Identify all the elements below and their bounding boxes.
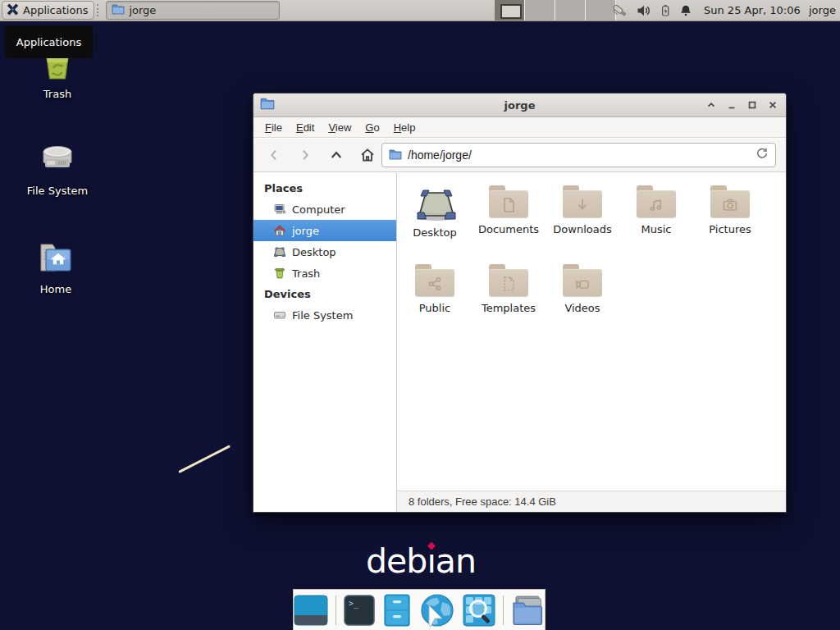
- show-desktop-button[interactable]: [294, 595, 328, 626]
- panel-username[interactable]: jorge: [809, 0, 836, 21]
- folder-item-templates[interactable]: Templates: [472, 262, 546, 340]
- stylus-icon[interactable]: [610, 2, 630, 20]
- folder-icon: [710, 185, 750, 218]
- file-cabinet-icon: [382, 594, 412, 627]
- workspace-1[interactable]: [495, 0, 525, 21]
- menu-file[interactable]: File: [265, 121, 282, 134]
- file-manager-window: jorge File Edit View Go Help: [253, 93, 787, 513]
- folder-item-music[interactable]: Music: [619, 183, 693, 262]
- location-bar[interactable]: /home/jorge/: [381, 143, 776, 167]
- folder-icon: [563, 185, 602, 218]
- up-button[interactable]: [321, 142, 352, 168]
- workspace-2[interactable]: [525, 0, 555, 21]
- folder-label: Pictures: [709, 223, 751, 235]
- web-browser-launcher[interactable]: [419, 592, 455, 628]
- taskbar-window-label: jorge: [129, 4, 156, 16]
- folder-item-pictures[interactable]: Pictures: [693, 183, 767, 262]
- folder-item-videos[interactable]: Videos: [546, 262, 619, 340]
- desktop-icon-filesystem[interactable]: File System: [18, 139, 97, 197]
- desktop-icon-home[interactable]: Home: [16, 238, 95, 295]
- volume-icon[interactable]: [636, 2, 652, 19]
- video-camera-emblem-icon: [573, 275, 591, 293]
- sidebar-item-desktop[interactable]: Desktop: [253, 241, 396, 262]
- window-controls: [705, 94, 778, 116]
- sidebar-item-filesystem[interactable]: File System: [253, 304, 396, 326]
- bottom-dock: >_: [293, 589, 546, 630]
- close-button[interactable]: [767, 99, 778, 111]
- sidebar: Places Computer jorge Desktop Trash Devi…: [253, 173, 397, 512]
- dock-separator: [336, 596, 336, 625]
- folder-icon: [637, 185, 676, 218]
- window-content: Places Computer jorge Desktop Trash Devi…: [253, 173, 786, 512]
- minimize-button[interactable]: [726, 99, 737, 111]
- window-titlebar[interactable]: jorge: [253, 94, 786, 117]
- folder-icon: [415, 264, 454, 297]
- applications-menu-button[interactable]: Applications: [2, 1, 94, 20]
- folder-label: Templates: [482, 302, 536, 314]
- desktop-icon: [273, 245, 286, 258]
- app-finder-launcher[interactable]: [463, 594, 495, 627]
- sidebar-item-label: Trash: [292, 267, 320, 280]
- battery-charging-icon[interactable]: [658, 2, 673, 19]
- folder-label: Documents: [478, 223, 539, 235]
- folder-label: Music: [641, 223, 672, 235]
- toolbar: /home/jorge/: [253, 139, 786, 172]
- maximize-button[interactable]: [746, 99, 757, 111]
- xfce-x-icon: [6, 2, 20, 19]
- document-emblem-icon: [500, 196, 518, 214]
- panel-clock[interactable]: Sun 25 Apr, 10:06: [704, 0, 801, 21]
- desktop-icon-label: File System: [27, 185, 88, 197]
- workspace-switcher[interactable]: [495, 0, 616, 21]
- folder-label: Desktop: [413, 226, 457, 239]
- menu-view[interactable]: View: [328, 121, 351, 134]
- path-input[interactable]: /home/jorge/: [408, 148, 750, 162]
- terminal-icon: >_: [344, 595, 375, 626]
- dock-separator: [503, 596, 504, 625]
- drive-icon: [37, 139, 78, 180]
- sidebar-header-devices: Devices: [253, 284, 396, 304]
- forward-button[interactable]: [290, 142, 321, 168]
- app-finder-icon: [463, 594, 495, 627]
- applications-tooltip: Applications: [5, 25, 93, 58]
- terminal-launcher[interactable]: >_: [344, 595, 375, 626]
- sidebar-item-label: Computer: [292, 203, 345, 216]
- menu-go[interactable]: Go: [365, 121, 379, 134]
- path-folder-icon: [389, 148, 402, 163]
- statusbar: 8 folders, Free space: 14.4 GiB: [397, 491, 786, 512]
- statusbar-text: 8 folders, Free space: 14.4 GiB: [409, 495, 556, 508]
- folder-label: Videos: [564, 302, 600, 314]
- shade-button[interactable]: [705, 99, 716, 111]
- reload-icon[interactable]: [756, 147, 769, 163]
- sidebar-item-trash[interactable]: Trash: [253, 262, 396, 284]
- sidebar-item-label: File System: [292, 309, 353, 322]
- folder-item-documents[interactable]: Documents: [472, 183, 546, 262]
- desktop-trapezoid-icon: [415, 185, 454, 221]
- folder-label: Public: [419, 302, 450, 314]
- folder-label: Downloads: [553, 223, 611, 235]
- menu-help[interactable]: Help: [394, 121, 416, 134]
- folder-item-desktop[interactable]: Desktop: [398, 183, 472, 262]
- taskbar-window-button[interactable]: jorge: [106, 1, 280, 20]
- trash-icon: [273, 267, 286, 280]
- sidebar-item-label: jorge: [292, 225, 319, 237]
- directory-menu-launcher[interactable]: [510, 595, 545, 626]
- svg-text:>_: >_: [349, 599, 359, 609]
- share-emblem-icon: [426, 275, 444, 293]
- panel-handle[interactable]: [97, 4, 103, 16]
- globe-browser-icon: [419, 592, 455, 628]
- file-manager-launcher[interactable]: [382, 594, 412, 627]
- bell-icon[interactable]: [678, 2, 693, 19]
- menubar: File Edit View Go Help: [253, 117, 786, 138]
- home-button[interactable]: [352, 142, 383, 168]
- sidebar-item-label: Desktop: [292, 246, 336, 258]
- back-button[interactable]: [258, 142, 290, 168]
- sidebar-item-computer[interactable]: Computer: [253, 199, 396, 220]
- folder-item-public[interactable]: Public: [398, 262, 472, 340]
- folder-icon: [489, 264, 528, 297]
- workspace-3[interactable]: [555, 0, 586, 21]
- folder-item-downloads[interactable]: Downloads: [546, 183, 619, 262]
- folder-icon: [489, 185, 528, 218]
- file-grid: Desktop Documents Downloads: [397, 173, 786, 491]
- menu-edit[interactable]: Edit: [296, 121, 314, 134]
- sidebar-item-jorge[interactable]: jorge: [253, 220, 396, 241]
